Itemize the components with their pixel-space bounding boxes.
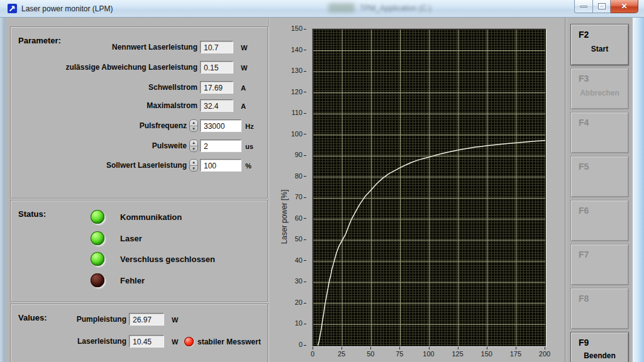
fkey-sublabel: Abbrechen xyxy=(571,89,628,97)
spinner-up-icon[interactable]: ▲ xyxy=(190,120,197,126)
pulsweite-spinner[interactable]: ▲▼ xyxy=(189,140,198,152)
values-unit: W xyxy=(172,316,178,324)
spinner-down-icon[interactable]: ▼ xyxy=(190,146,197,152)
fkey-label: F2 xyxy=(579,30,589,40)
parameter-label: Pulsweite xyxy=(11,141,187,150)
status-label: Laser xyxy=(120,234,142,243)
x-tick-label: 25 xyxy=(329,350,354,358)
y-tick-label: 20 xyxy=(285,299,306,306)
y-tick-label: 10 xyxy=(285,319,306,327)
spinner-up-icon[interactable]: ▲ xyxy=(190,140,197,146)
parameter-unit: W xyxy=(241,64,247,72)
fkey-label: F9 xyxy=(579,337,589,348)
laser-power-curve xyxy=(313,30,545,346)
labview-app-icon xyxy=(8,4,17,13)
y-tick-label: 150 xyxy=(285,25,306,32)
y-tick-label: 40 xyxy=(285,256,306,264)
maximalstrom-field[interactable]: 32.4 xyxy=(200,99,233,112)
y-tick-label: 120 xyxy=(285,88,306,96)
x-tick-mark xyxy=(545,347,545,349)
plot-area xyxy=(313,29,546,346)
parameter-unit: A xyxy=(241,102,246,110)
pulsfrequenz-spinner[interactable]: ▲▼ xyxy=(189,119,198,132)
fkey-f2-start-button[interactable]: F2 Start xyxy=(570,24,629,65)
y-tick-label: 30 xyxy=(285,277,306,285)
parameter-unit: % xyxy=(245,162,252,170)
fkey-f7-button[interactable]: F7 xyxy=(570,244,629,285)
status-label: Fehler xyxy=(120,276,145,285)
fkey-f3-abbrechen-button[interactable]: F3 Abbrechen xyxy=(570,68,629,109)
y-tick-label: 130 xyxy=(285,67,306,74)
minimize-button[interactable] xyxy=(574,0,593,13)
status-label: Kommunikation xyxy=(120,212,182,222)
x-tick-label: 200 xyxy=(532,350,557,358)
values-unit: W xyxy=(172,338,178,346)
fkey-f8-button[interactable]: F8 xyxy=(570,288,629,329)
status-label: Verschluss geschlossen xyxy=(120,255,215,264)
parameter-unit: Hz xyxy=(245,123,253,130)
close-icon: ✕ xyxy=(621,2,627,11)
fkey-label: F7 xyxy=(579,250,589,260)
y-tick-label: 80 xyxy=(285,172,306,180)
fkey-label: F4 xyxy=(579,118,589,128)
x-tick-label: 100 xyxy=(416,350,441,358)
parameter-label: Pulsfrequenz xyxy=(11,121,187,130)
values-label: Laserleistung xyxy=(11,337,126,346)
parameter-unit: A xyxy=(241,84,246,92)
nennwert-laserleistung-field[interactable]: 10.7 xyxy=(200,41,233,53)
maximize-button[interactable] xyxy=(593,0,611,13)
x-tick-mark xyxy=(516,347,516,349)
maximize-icon xyxy=(599,4,605,9)
parameter-label: Schwellstrom xyxy=(11,83,197,92)
pulsfrequenz-field[interactable]: 33000 xyxy=(200,119,242,132)
spinner-up-icon[interactable]: ▲ xyxy=(190,160,197,166)
minimize-icon xyxy=(580,6,587,8)
y-tick-label: 50 xyxy=(285,235,306,243)
window-right-border xyxy=(633,18,644,362)
function-key-panel: F2 Start F3 Abbrechen F4 F5 F6 F7 F8 F9 xyxy=(568,18,631,362)
values-label: Pumpleistung xyxy=(11,315,126,324)
x-tick-mark xyxy=(399,347,400,349)
kommunikation-led xyxy=(91,210,104,224)
fkey-f5-button[interactable]: F5 xyxy=(570,156,629,197)
fkey-sublabel: Beenden xyxy=(571,351,628,360)
y-tick-label: 90 xyxy=(285,151,306,158)
x-tick-label: 0 xyxy=(300,350,325,358)
fkey-f4-button[interactable]: F4 xyxy=(570,112,629,153)
x-tick-label: 75 xyxy=(387,350,412,358)
x-tick-label: 150 xyxy=(474,350,499,358)
close-button[interactable]: ✕ xyxy=(611,0,638,13)
fehler-led xyxy=(91,273,104,287)
values-groupbox: Values: Pumpleistung 26.97 W Laserleistu… xyxy=(10,304,268,362)
window-controls: ✕ xyxy=(574,0,638,13)
x-tick-label: 125 xyxy=(445,350,470,358)
spinner-down-icon[interactable]: ▼ xyxy=(190,126,197,132)
fkey-sublabel: Start xyxy=(571,45,628,53)
y-tick-label: 60 xyxy=(285,214,306,222)
parameter-label: zulässige Abweichung Laserleistung xyxy=(11,63,197,72)
y-tick-label: 140 xyxy=(285,46,306,53)
fkey-f9-beenden-button[interactable]: F9 Beenden xyxy=(570,332,629,362)
window-title: Laser power monitor (LPM) xyxy=(21,4,113,13)
y-tick-label: 0 xyxy=(285,341,306,348)
pulsweite-field[interactable]: 2 xyxy=(200,140,242,152)
window-body: Parameter: Nennwert Laserleistung 10.7 W… xyxy=(0,18,644,362)
parameter-label: Nennwert Laserleistung xyxy=(11,43,197,52)
y-tick-label: 100 xyxy=(285,130,306,138)
x-tick-label: 50 xyxy=(358,350,383,358)
abweichung-laserleistung-field[interactable]: 0.15 xyxy=(200,61,233,74)
laser-led xyxy=(91,231,104,245)
y-tick-label: 110 xyxy=(285,109,306,116)
sollwert-spinner[interactable]: ▲▼ xyxy=(189,159,198,172)
x-tick-mark xyxy=(370,347,371,349)
fkey-f6-button[interactable]: F6 xyxy=(570,200,629,241)
parameter-label: Sollwert Laserleistung xyxy=(11,161,187,170)
x-tick-mark xyxy=(487,347,487,349)
spinner-down-icon[interactable]: ▼ xyxy=(190,166,197,172)
fkey-label: F5 xyxy=(579,162,589,172)
fkey-label: F3 xyxy=(579,74,589,84)
verschluss-led xyxy=(91,252,104,266)
schwellstrom-field[interactable]: 17.69 xyxy=(200,81,233,94)
sollwert-laserleistung-field[interactable]: 100 xyxy=(200,159,242,172)
window-left-border xyxy=(0,18,5,362)
